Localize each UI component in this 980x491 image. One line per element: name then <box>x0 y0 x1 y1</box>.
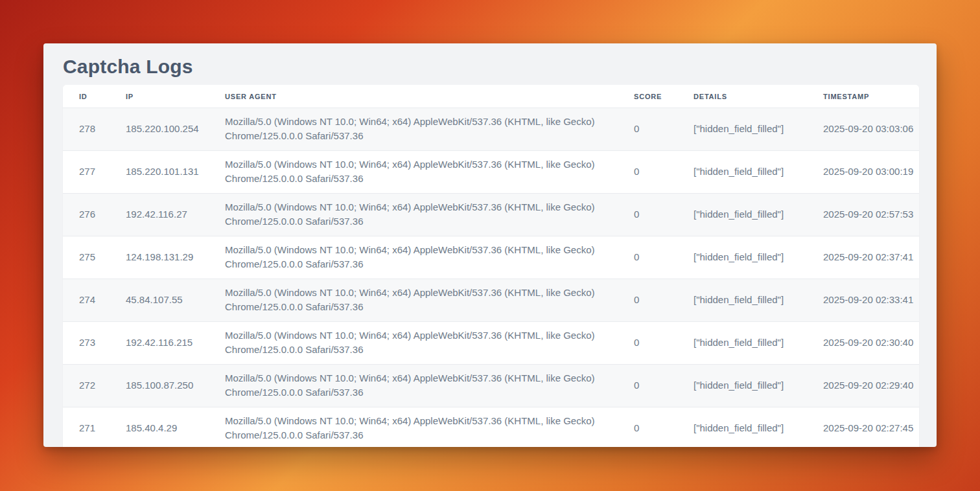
cell-ip: 192.42.116.215 <box>126 322 225 365</box>
cell-details: ["hidden_field_filled"] <box>694 322 823 365</box>
cell-timestamp: 2025-09-20 02:37:41 <box>823 236 919 279</box>
cell-user-agent: Mozilla/5.0 (Windows NT 10.0; Win64; x64… <box>225 108 634 151</box>
cell-details: ["hidden_field_filled"] <box>694 407 823 448</box>
cell-score: 0 <box>634 194 694 236</box>
column-header-details: DETAILS <box>694 85 823 108</box>
cell-user-agent: Mozilla/5.0 (Windows NT 10.0; Win64; x64… <box>225 365 634 407</box>
cell-timestamp: 2025-09-20 03:03:06 <box>823 108 919 151</box>
cell-score: 0 <box>634 322 694 365</box>
cell-ip: 185.40.4.29 <box>126 407 225 448</box>
cell-details: ["hidden_field_filled"] <box>694 151 823 194</box>
cell-score: 0 <box>634 407 694 448</box>
cell-ip: 192.42.116.27 <box>126 194 225 236</box>
cell-score: 0 <box>634 108 694 151</box>
cell-timestamp: 2025-09-20 02:27:45 <box>823 407 919 448</box>
table-row: 274 45.84.107.55 Mozilla/5.0 (Windows NT… <box>63 279 919 322</box>
cell-id: 278 <box>63 108 126 151</box>
cell-user-agent: Mozilla/5.0 (Windows NT 10.0; Win64; x64… <box>225 407 634 448</box>
table-row: 277 185.220.101.131 Mozilla/5.0 (Windows… <box>63 151 919 194</box>
column-header-score: SCORE <box>634 85 694 108</box>
cell-user-agent: Mozilla/5.0 (Windows NT 10.0; Win64; x64… <box>225 151 634 194</box>
cell-id: 274 <box>63 279 126 322</box>
cell-timestamp: 2025-09-20 02:57:53 <box>823 194 919 236</box>
cell-ip: 185.220.101.131 <box>126 151 225 194</box>
captcha-logs-table: ID IP USER AGENT SCORE DETAILS TIMESTAMP… <box>63 85 919 447</box>
page-title: Captcha Logs <box>63 52 919 81</box>
cell-id: 277 <box>63 151 126 194</box>
cell-details: ["hidden_field_filled"] <box>694 365 823 407</box>
cell-ip: 185.100.87.250 <box>126 365 225 407</box>
column-header-id: ID <box>63 85 126 108</box>
cell-score: 0 <box>634 151 694 194</box>
cell-ip: 124.198.131.29 <box>126 236 225 279</box>
cell-id: 272 <box>63 365 126 407</box>
cell-timestamp: 2025-09-20 03:00:19 <box>823 151 919 194</box>
cell-details: ["hidden_field_filled"] <box>694 194 823 236</box>
cell-score: 0 <box>634 279 694 322</box>
table-row: 271 185.40.4.29 Mozilla/5.0 (Windows NT … <box>63 407 919 448</box>
column-header-user-agent: USER AGENT <box>225 85 634 108</box>
column-header-timestamp: TIMESTAMP <box>823 85 919 108</box>
cell-user-agent: Mozilla/5.0 (Windows NT 10.0; Win64; x64… <box>225 194 634 236</box>
cell-details: ["hidden_field_filled"] <box>694 279 823 322</box>
cell-ip: 45.84.107.55 <box>126 279 225 322</box>
cell-score: 0 <box>634 236 694 279</box>
cell-score: 0 <box>634 365 694 407</box>
cell-id: 276 <box>63 194 126 236</box>
table-row: 276 192.42.116.27 Mozilla/5.0 (Windows N… <box>63 194 919 236</box>
cell-id: 273 <box>63 322 126 365</box>
cell-details: ["hidden_field_filled"] <box>694 236 823 279</box>
cell-details: ["hidden_field_filled"] <box>694 108 823 151</box>
cell-id: 275 <box>63 236 126 279</box>
cell-timestamp: 2025-09-20 02:30:40 <box>823 322 919 365</box>
table-row: 273 192.42.116.215 Mozilla/5.0 (Windows … <box>63 322 919 365</box>
table-row: 275 124.198.131.29 Mozilla/5.0 (Windows … <box>63 236 919 279</box>
captcha-table-body: 278 185.220.100.254 Mozilla/5.0 (Windows… <box>63 108 919 448</box>
cell-timestamp: 2025-09-20 02:29:40 <box>823 365 919 407</box>
cell-id: 271 <box>63 407 126 448</box>
captcha-logs-card: Captcha Logs ID IP USER AGENT SCORE DETA… <box>43 43 937 447</box>
table-row: 278 185.220.100.254 Mozilla/5.0 (Windows… <box>63 108 919 151</box>
column-header-ip: IP <box>126 85 225 108</box>
cell-user-agent: Mozilla/5.0 (Windows NT 10.0; Win64; x64… <box>225 236 634 279</box>
cell-ip: 185.220.100.254 <box>126 108 225 151</box>
cell-user-agent: Mozilla/5.0 (Windows NT 10.0; Win64; x64… <box>225 279 634 322</box>
table-row: 272 185.100.87.250 Mozilla/5.0 (Windows … <box>63 365 919 407</box>
cell-timestamp: 2025-09-20 02:33:41 <box>823 279 919 322</box>
captcha-logs-table-container: ID IP USER AGENT SCORE DETAILS TIMESTAMP… <box>63 85 919 447</box>
table-header: ID IP USER AGENT SCORE DETAILS TIMESTAMP <box>63 85 919 108</box>
cell-user-agent: Mozilla/5.0 (Windows NT 10.0; Win64; x64… <box>225 322 634 365</box>
